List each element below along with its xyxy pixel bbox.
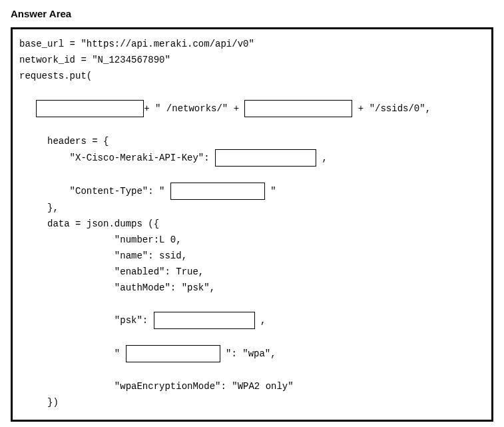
code-line: "enabled": True, xyxy=(19,264,204,279)
drop-target-2[interactable] xyxy=(244,100,352,117)
code-line: network_id = "N_1234567890" xyxy=(19,53,170,67)
code-text: , xyxy=(316,151,328,165)
code-line: headers = { xyxy=(19,134,109,149)
code-line: "name": ssid, xyxy=(19,248,187,263)
drop-target-1[interactable] xyxy=(36,100,144,117)
code-text: "X-Cisco-Meraki-API-Key": xyxy=(19,151,215,165)
code-text: "Content-Type": " xyxy=(19,184,170,199)
code-text: ": "wpa", xyxy=(220,346,276,361)
code-line: }) xyxy=(19,395,59,410)
drop-target-4[interactable] xyxy=(170,183,265,200)
code-text: " xyxy=(265,184,276,199)
code-line: requests.put( xyxy=(19,69,92,83)
code-text: + " /networks/" + xyxy=(144,101,244,116)
code-text xyxy=(19,101,36,116)
code-area: base_url = "https://api.meraki.com/api/v… xyxy=(11,27,493,422)
code-line: data = json.dumps ({ xyxy=(19,216,159,231)
page-title: Answer Area xyxy=(11,8,493,19)
code-text: "psk": xyxy=(19,313,154,328)
code-line: base_url = "https://api.meraki.com/api/v… xyxy=(19,37,254,51)
code-text: " xyxy=(19,346,126,361)
code-text: + "/ssids/0", xyxy=(352,101,431,116)
code-line: "authMode": "psk", xyxy=(19,280,215,295)
drop-target-5[interactable] xyxy=(154,312,255,329)
code-text: , xyxy=(255,313,266,328)
code-line: }, xyxy=(19,201,59,215)
code-line: "number:L 0, xyxy=(19,232,182,247)
drop-target-6[interactable] xyxy=(126,345,220,362)
drop-target-3[interactable] xyxy=(215,149,316,167)
code-line: "wpaEncryptionMode": "WPA2 only" xyxy=(19,379,294,394)
